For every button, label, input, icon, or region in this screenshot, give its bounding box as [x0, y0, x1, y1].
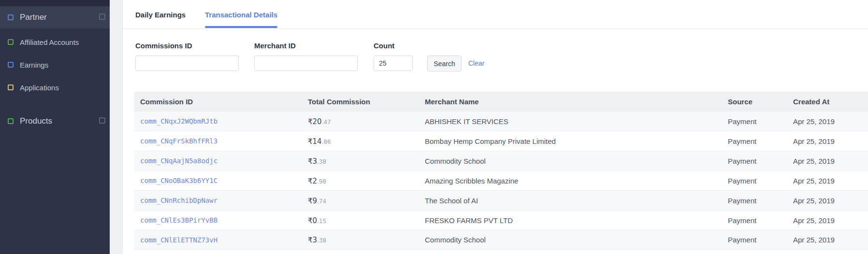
created-at: Apr 25, 2019: [787, 177, 868, 185]
total-commission-value: ₹9.74: [302, 196, 419, 205]
created-at: Apr 25, 2019: [787, 137, 868, 145]
sidebar-top-strip: [0, 0, 110, 6]
amount-frac: .47: [322, 119, 331, 126]
merchant-name: FRESKO FARMS PVT LTD: [419, 216, 722, 225]
merchant-name: Commodity School: [419, 157, 722, 165]
header-source: Source: [722, 98, 787, 106]
collapse-square-icon[interactable]: [99, 14, 105, 20]
amount-main: ₹3: [308, 236, 317, 244]
created-at: Apr 25, 2019: [787, 157, 868, 165]
commission-id-link[interactable]: comm_CNqxJ2WQbmRJtb: [140, 117, 217, 125]
amount-main: ₹0: [308, 216, 317, 225]
sidebar-item-partner[interactable]: Partner: [0, 6, 110, 28]
header-commission-id: Commission ID: [134, 98, 302, 106]
amount-main: ₹14: [308, 137, 322, 146]
tab-transactional-details[interactable]: Transactional Details: [205, 0, 277, 29]
total-commission-value: ₹2.98: [302, 176, 419, 185]
blue-square-icon: [8, 62, 14, 68]
sidebar: Partner Affiliated Accounts Earnings App…: [0, 0, 110, 254]
green-square-icon: [8, 39, 14, 45]
merchant-id-input[interactable]: [254, 56, 358, 71]
commission-id-link[interactable]: comm_CNlElETTNZ73vH: [140, 236, 217, 244]
commissions-id-label: Commissions ID: [135, 42, 192, 50]
blue-square-icon: [8, 14, 14, 20]
main-panel: Daily Earnings Transactional Details Com…: [122, 0, 868, 254]
commissions-id-input[interactable]: [135, 56, 239, 71]
amount-frac: .38: [317, 237, 326, 244]
commission-id-link[interactable]: comm_CNqFrSkBhfFRl3: [140, 137, 217, 145]
sidebar-item-affiliated-accounts[interactable]: Affiliated Accounts: [0, 32, 110, 52]
amount-main: ₹3: [308, 157, 317, 166]
header-total-commission: Total Commission: [302, 98, 419, 106]
merchant-name: Bombay Hemp Company Private Limited: [419, 137, 722, 145]
header-merchant-name: Merchant Name: [419, 98, 722, 106]
table-row: comm_CNqxJ2WQbmRJtb ₹20.47 ABHISHEK IT S…: [134, 111, 868, 131]
created-at: Apr 25, 2019: [787, 236, 868, 244]
merchant-name: Commodity School: [419, 236, 722, 244]
amount-frac: .15: [317, 218, 326, 225]
table-header-row: Commission ID Total Commission Merchant …: [134, 92, 868, 111]
source: Payment: [722, 137, 787, 145]
table-row: comm_CNqFrSkBhfFRl3 ₹14.86 Bombay Hemp C…: [134, 131, 868, 151]
tab-bar: Daily Earnings Transactional Details: [123, 0, 868, 29]
sidebar-item-label: Applications: [20, 84, 59, 92]
header-created-at: Created At: [787, 98, 868, 106]
created-at: Apr 25, 2019: [787, 117, 868, 126]
source: Payment: [722, 117, 787, 126]
table-body: comm_CNqxJ2WQbmRJtb ₹20.47 ABHISHEK IT S…: [134, 111, 868, 250]
table-row: comm_CNlEs3BPirYvBB ₹0.15 FRESKO FARMS P…: [134, 210, 868, 230]
amount-main: ₹20: [308, 117, 322, 126]
sidebar-item-label: Products: [20, 116, 52, 126]
sidebar-item-earnings[interactable]: Earnings: [0, 55, 110, 75]
collapse-square-icon[interactable]: [99, 117, 105, 124]
amount-frac: .98: [317, 178, 326, 185]
sidebar-item-applications[interactable]: Applications: [0, 77, 110, 98]
search-button[interactable]: Search: [427, 56, 462, 71]
table-row: comm_CNqAajN5a8odjc ₹3.38 Commodity Scho…: [134, 151, 868, 170]
amount-frac: .74: [317, 198, 326, 205]
source: Payment: [722, 197, 787, 205]
merchant-name: ABHISHEK IT SERVICES: [419, 117, 722, 126]
total-commission-value: ₹3.38: [302, 235, 419, 244]
sidebar-item-label: Earnings: [20, 61, 48, 69]
amount-main: ₹2: [308, 177, 317, 185]
sidebar-item-products[interactable]: Products: [0, 109, 110, 133]
commission-id-link[interactable]: comm_CNoOBaK3b6YY1C: [140, 177, 217, 184]
amount-frac: .38: [317, 158, 326, 165]
yellow-square-icon: [8, 85, 14, 90]
sidebar-item-label: Partner: [20, 13, 47, 22]
clear-link[interactable]: Clear: [468, 59, 484, 67]
merchant-name: The School of AI: [419, 197, 722, 205]
amount-frac: .86: [322, 139, 331, 145]
commission-id-link[interactable]: comm_CNnRchibDpNawr: [140, 197, 217, 204]
source: Payment: [722, 157, 787, 165]
total-commission-value: ₹3.38: [302, 156, 419, 166]
amount-main: ₹9: [308, 197, 317, 205]
created-at: Apr 25, 2019: [787, 197, 868, 205]
table-row: comm_CNnRchibDpNawr ₹9.74 The School of …: [134, 190, 868, 210]
table-row: comm_CNoOBaK3b6YY1C ₹2.98 Amazing Scribb…: [134, 170, 868, 190]
commission-id-link[interactable]: comm_CNlEs3BPirYvBB: [140, 216, 217, 224]
source: Payment: [722, 177, 787, 185]
source: Payment: [722, 216, 787, 225]
count-input[interactable]: [374, 56, 413, 71]
table-row: comm_CNlElETTNZ73vH ₹3.38 Commodity Scho…: [134, 230, 868, 250]
merchant-name: Amazing Scribbles Magazine: [419, 177, 722, 185]
total-commission-value: ₹20.47: [302, 117, 419, 126]
count-label: Count: [374, 42, 394, 50]
source: Payment: [722, 236, 787, 244]
sidebar-item-label: Affiliated Accounts: [20, 38, 79, 46]
transactions-table: Commission ID Total Commission Merchant …: [134, 92, 868, 250]
green-square-icon: [8, 118, 14, 124]
merchant-id-label: Merchant ID: [254, 42, 296, 50]
total-commission-value: ₹0.15: [302, 216, 419, 225]
created-at: Apr 25, 2019: [787, 216, 868, 225]
commission-id-link[interactable]: comm_CNqAajN5a8odjc: [140, 157, 217, 165]
total-commission-value: ₹14.86: [302, 137, 419, 146]
tab-daily-earnings[interactable]: Daily Earnings: [135, 0, 186, 29]
